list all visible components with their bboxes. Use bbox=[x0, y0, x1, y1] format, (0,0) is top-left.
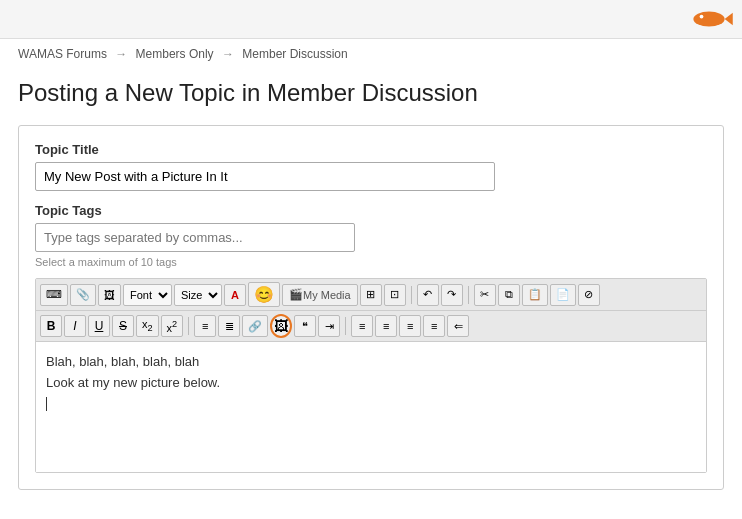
topic-tags-label: Topic Tags bbox=[35, 203, 707, 218]
rtl-button[interactable]: ⇐ bbox=[447, 315, 469, 337]
source-button[interactable]: ⌨ bbox=[40, 284, 68, 306]
align-left-icon: ≡ bbox=[359, 320, 365, 332]
separator1 bbox=[411, 286, 412, 304]
form-container: Topic Title Topic Tags Select a maximum … bbox=[18, 125, 724, 490]
svg-point-2 bbox=[700, 15, 704, 19]
paste-icon: 📋 bbox=[528, 288, 542, 301]
table1-icon: ⊞ bbox=[366, 288, 375, 301]
indent-icon: ⇥ bbox=[325, 320, 334, 333]
superscript-button[interactable]: x2 bbox=[161, 315, 184, 337]
emoji-button[interactable]: 😊 bbox=[248, 282, 280, 307]
underline-icon: U bbox=[95, 319, 104, 333]
underline-button[interactable]: U bbox=[88, 315, 110, 337]
breadcrumb-arrow2: → bbox=[222, 47, 234, 61]
svg-point-0 bbox=[693, 12, 724, 27]
svg-marker-1 bbox=[725, 13, 733, 26]
table2-button[interactable]: ⊡ bbox=[384, 284, 406, 306]
paste2-button[interactable]: 📄 bbox=[550, 284, 576, 306]
breadcrumb-page[interactable]: Member Discussion bbox=[242, 47, 347, 61]
link-icon: 🔗 bbox=[248, 320, 262, 333]
topic-tags-input[interactable] bbox=[35, 223, 355, 252]
insert-image-button[interactable]: 🖼 bbox=[270, 314, 292, 338]
breadcrumb-arrow1: → bbox=[115, 47, 127, 61]
clear-icon: ⊘ bbox=[584, 288, 593, 301]
topic-title-input[interactable] bbox=[35, 162, 495, 191]
header-bar bbox=[0, 0, 742, 39]
align-right-icon: ≡ bbox=[407, 320, 413, 332]
copy-button[interactable]: ⧉ bbox=[498, 284, 520, 306]
unordered-list-icon: ≣ bbox=[225, 320, 234, 333]
redo-button[interactable]: ↷ bbox=[441, 284, 463, 306]
undo-icon: ↶ bbox=[423, 288, 432, 301]
align-center-icon: ≡ bbox=[383, 320, 389, 332]
breadcrumb-site[interactable]: WAMAS Forums bbox=[18, 47, 107, 61]
tags-hint: Select a maximum of 10 tags bbox=[35, 256, 707, 268]
color-icon: A bbox=[231, 289, 239, 301]
attachment-icon: 📎 bbox=[76, 288, 90, 301]
quote-button[interactable]: ❝ bbox=[294, 315, 316, 337]
separator4 bbox=[345, 317, 346, 335]
strikethrough-button[interactable]: S bbox=[112, 315, 134, 337]
media-icon: 🎬 bbox=[289, 288, 303, 301]
rtl-icon: ⇐ bbox=[454, 320, 463, 333]
justify-icon: ≡ bbox=[431, 320, 437, 332]
editor-line1: Blah, blah, blah, blah, blah bbox=[46, 352, 696, 373]
breadcrumb: WAMAS Forums → Members Only → Member Dis… bbox=[0, 39, 742, 69]
superscript-icon: x2 bbox=[167, 319, 178, 334]
separator3 bbox=[188, 317, 189, 335]
insert-image-icon: 🖼 bbox=[274, 318, 288, 334]
italic-button[interactable]: I bbox=[64, 315, 86, 337]
paste-button[interactable]: 📋 bbox=[522, 284, 548, 306]
editor-body[interactable]: Blah, blah, blah, blah, blah Look at my … bbox=[36, 342, 706, 472]
toolbar-row1: ⌨ 📎 🖼 Font Size A 😊 🎬 My Media bbox=[36, 279, 706, 311]
editor-line3 bbox=[46, 394, 696, 415]
breadcrumb-section[interactable]: Members Only bbox=[136, 47, 214, 61]
page-title: Posting a New Topic in Member Discussion bbox=[0, 69, 742, 125]
strikethrough-icon: S bbox=[119, 319, 127, 333]
media-button[interactable]: 🎬 My Media bbox=[282, 284, 358, 306]
subscript-icon: x2 bbox=[142, 318, 153, 333]
undo-button[interactable]: ↶ bbox=[417, 284, 439, 306]
emoji-icon: 😊 bbox=[254, 285, 274, 304]
editor-line2: Look at my new picture below. bbox=[46, 373, 696, 394]
separator2 bbox=[468, 286, 469, 304]
italic-icon: I bbox=[73, 319, 76, 333]
topic-title-label: Topic Title bbox=[35, 142, 707, 157]
text-cursor bbox=[46, 397, 47, 411]
link-button[interactable]: 🔗 bbox=[242, 315, 268, 337]
image-button[interactable]: 🖼 bbox=[98, 284, 121, 306]
toolbar-row2: B I U S x2 x2 ≡ ≣ bbox=[36, 311, 706, 342]
fish-logo bbox=[684, 4, 734, 34]
table2-icon: ⊡ bbox=[390, 288, 399, 301]
attachment-button[interactable]: 📎 bbox=[70, 284, 96, 306]
ordered-list-button[interactable]: ≡ bbox=[194, 315, 216, 337]
indent-button[interactable]: ⇥ bbox=[318, 315, 340, 337]
subscript-button[interactable]: x2 bbox=[136, 315, 159, 337]
clear-button[interactable]: ⊘ bbox=[578, 284, 600, 306]
copy-icon: ⧉ bbox=[505, 288, 513, 301]
font-select[interactable]: Font bbox=[123, 284, 172, 306]
bold-button[interactable]: B bbox=[40, 315, 62, 337]
bold-icon: B bbox=[47, 319, 56, 333]
color-button[interactable]: A bbox=[224, 284, 246, 306]
quote-icon: ❝ bbox=[302, 320, 308, 333]
redo-icon: ↷ bbox=[447, 288, 456, 301]
table1-button[interactable]: ⊞ bbox=[360, 284, 382, 306]
editor-wrapper: ⌨ 📎 🖼 Font Size A 😊 🎬 My Media bbox=[35, 278, 707, 473]
cut-button[interactable]: ✂ bbox=[474, 284, 496, 306]
cut-icon: ✂ bbox=[480, 288, 489, 301]
ordered-list-icon: ≡ bbox=[202, 320, 208, 332]
justify-button[interactable]: ≡ bbox=[423, 315, 445, 337]
media-label: My Media bbox=[303, 289, 351, 301]
size-select[interactable]: Size bbox=[174, 284, 222, 306]
align-center-button[interactable]: ≡ bbox=[375, 315, 397, 337]
align-right-button[interactable]: ≡ bbox=[399, 315, 421, 337]
paste2-icon: 📄 bbox=[556, 288, 570, 301]
source-icon: ⌨ bbox=[46, 288, 62, 301]
unordered-list-button[interactable]: ≣ bbox=[218, 315, 240, 337]
image-icon: 🖼 bbox=[104, 289, 115, 301]
align-left-button[interactable]: ≡ bbox=[351, 315, 373, 337]
